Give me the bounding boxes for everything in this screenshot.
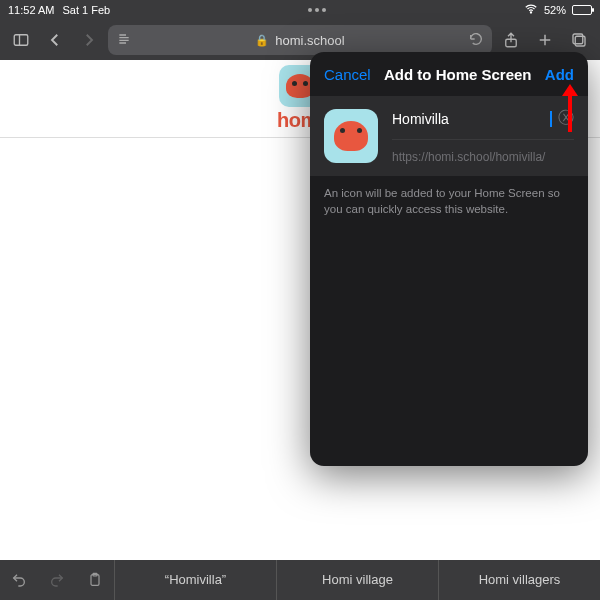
share-button[interactable]: [496, 25, 526, 55]
tabs-button[interactable]: [564, 25, 594, 55]
status-bar: 11:52 AM Sat 1 Feb 52%: [0, 0, 600, 20]
popover-description: An icon will be added to your Home Scree…: [310, 176, 588, 227]
annotation-arrow: [560, 84, 580, 136]
wifi-icon: [524, 2, 538, 18]
svg-marker-9: [562, 84, 578, 96]
battery-percent: 52%: [544, 4, 566, 16]
multitask-dots[interactable]: [308, 8, 326, 12]
suggestion-2[interactable]: Homi village: [276, 560, 438, 600]
name-field[interactable]: Homivilla ⓧ: [392, 108, 574, 129]
svg-point-0: [530, 12, 531, 13]
url-preview: https://homi.school/homivilla/: [392, 139, 574, 164]
cancel-button[interactable]: Cancel: [324, 66, 371, 83]
forward-button[interactable]: [74, 25, 104, 55]
new-tab-button[interactable]: [530, 25, 560, 55]
back-button[interactable]: [40, 25, 70, 55]
suggestion-1[interactable]: “Homivilla”: [114, 560, 276, 600]
add-to-home-popover: Cancel Add to Home Screen Add Homivilla …: [310, 52, 588, 466]
reload-icon[interactable]: [468, 31, 484, 50]
status-time: 11:52 AM: [8, 4, 54, 16]
url-host: homi.school: [275, 33, 344, 48]
paste-button[interactable]: [76, 560, 114, 600]
name-input[interactable]: Homivilla: [392, 111, 549, 127]
url-bar[interactable]: 🔒 homi.school: [108, 25, 492, 55]
sidebar-button[interactable]: [6, 25, 36, 55]
svg-rect-6: [575, 36, 585, 46]
app-icon-preview: [324, 109, 378, 163]
keyboard-suggestion-bar: “Homivilla” Homi village Homi villagers: [0, 560, 600, 600]
svg-rect-1: [14, 35, 28, 46]
add-button[interactable]: Add: [545, 66, 574, 83]
redo-button[interactable]: [38, 560, 76, 600]
reader-icon[interactable]: [116, 31, 132, 50]
lock-icon: 🔒: [255, 34, 269, 47]
status-date: Sat 1 Feb: [62, 4, 110, 16]
popover-entry-row: Homivilla ⓧ https://homi.school/homivill…: [310, 96, 588, 176]
battery-icon: [572, 5, 592, 15]
popover-title: Add to Home Screen: [384, 66, 532, 83]
svg-rect-7: [573, 34, 583, 44]
suggestion-3[interactable]: Homi villagers: [438, 560, 600, 600]
undo-button[interactable]: [0, 560, 38, 600]
